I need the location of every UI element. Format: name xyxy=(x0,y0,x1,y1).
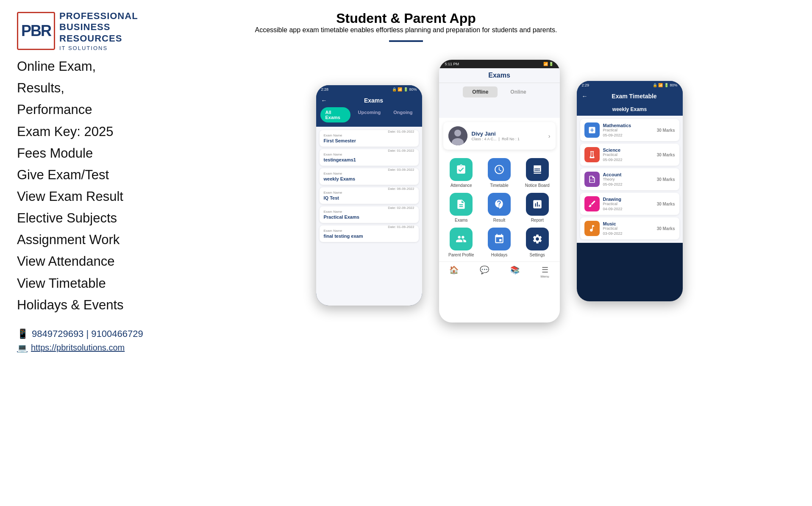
math-date: 05-09-2022 xyxy=(603,133,653,137)
mode-offline[interactable]: Offline xyxy=(463,86,498,97)
exam-item-4[interactable]: Exam Name Date: 06-09-2022 IQ Test xyxy=(320,187,419,204)
exams-label: Exams xyxy=(455,218,468,222)
science-date: 05-09-2022 xyxy=(603,158,653,162)
attendance-label: Attendance xyxy=(450,183,472,188)
student-meta: Class : 4 A C... | Roll No : 1 xyxy=(472,137,544,141)
nav-book[interactable]: 📚 xyxy=(510,265,520,278)
exam-date-2: Date: 01-09-2022 xyxy=(388,149,414,153)
exam-item-3[interactable]: Exam Name Date: 03-09-2022 weekly Exams xyxy=(320,168,419,185)
phone3-icons: 🔒 📶 🔋 80% xyxy=(653,83,678,87)
website-icon: 💻 xyxy=(17,343,28,353)
exam-label-5: Exam Name xyxy=(324,210,414,214)
header-subtitle: Accessible app exam timetable enables ef… xyxy=(208,26,604,34)
exam-label-1: Exam Name xyxy=(324,133,414,137)
icon-attendance[interactable]: Attendance xyxy=(445,158,478,188)
website-url[interactable]: https://pbritsolutions.com xyxy=(31,343,125,353)
mode-online[interactable]: Online xyxy=(501,86,535,97)
account-info: Account Theory 05-09-2022 xyxy=(603,172,653,186)
phone1: 2:28 🔒 📶 🔋 80% ← Exams All Exams Upcomin… xyxy=(316,85,422,306)
logo-box: PBR xyxy=(17,12,55,50)
subj-item-mathematics[interactable]: Mathematics Practical 05-09-2022 30 Mark… xyxy=(580,119,679,141)
student-card[interactable]: Divy Jani Class : 4 A C... | Roll No : 1… xyxy=(443,122,556,150)
nav-menu[interactable]: ☰ Menu xyxy=(541,265,549,278)
content-row: Online Exam, Results, Performance Exam K… xyxy=(0,56,812,361)
contact-phone: 📱 9849729693 | 9100466729 xyxy=(17,328,186,339)
drawing-icon xyxy=(584,196,600,211)
icon-noticeboard[interactable]: Notice Board xyxy=(521,158,554,188)
icon-exams[interactable]: Exams xyxy=(445,193,478,222)
student-name: Divy Jani xyxy=(472,131,544,137)
icon-timetable[interactable]: Timetable xyxy=(483,158,516,188)
music-type: Practical xyxy=(603,226,653,231)
subj-item-science[interactable]: Science Practical 05-09-2022 30 Marks xyxy=(580,144,679,166)
student-avatar xyxy=(448,126,467,145)
exam-label-6: Exam Name xyxy=(324,229,414,233)
phone2-status: 5:11 PM 📶 🔋 xyxy=(439,60,560,68)
music-icon xyxy=(584,221,600,236)
report-icon xyxy=(526,193,549,216)
phone3-back-arrow[interactable]: ← xyxy=(582,93,588,100)
icon-parent-profile[interactable]: Parent Profile xyxy=(445,228,478,257)
nav-chat[interactable]: 💬 xyxy=(480,265,489,278)
tab-upcoming[interactable]: Upcoming xyxy=(353,107,386,122)
contact-website[interactable]: 💻 https://pbritsolutions.com xyxy=(17,343,186,353)
exam-name-4: IQ Test xyxy=(324,195,414,200)
math-marks: 30 Marks xyxy=(657,128,675,133)
drawing-info: Drawing Practical 04-09-2022 xyxy=(603,197,653,211)
math-type: Practical xyxy=(603,128,653,132)
phone1-exam-list: Exam Name Date: 01-09-2022 First Semeste… xyxy=(316,127,422,306)
math-icon xyxy=(584,122,600,138)
drawing-type: Practical xyxy=(603,202,653,206)
icon-holidays[interactable]: Holidays xyxy=(483,228,516,257)
subj-item-account[interactable]: Account Theory 05-09-2022 30 Marks xyxy=(580,168,679,190)
exam-name-3: weekly Exams xyxy=(324,176,414,181)
nav-home[interactable]: 🏠 xyxy=(449,265,459,278)
phone3-status: 2:29 🔒 📶 🔋 80% xyxy=(577,81,683,89)
phone2-profile-bar xyxy=(439,101,560,118)
tab-all-exams[interactable]: All Exams xyxy=(320,107,350,122)
exam-name-6: final testing exam xyxy=(324,234,414,239)
contact-section: 📱 9849729693 | 9100466729 💻 https://pbri… xyxy=(17,328,186,353)
phone3-time: 2:29 xyxy=(582,83,590,87)
page-wrapper: PBR PROFESSIONAL BUSINESS RESOURCES IT S… xyxy=(0,0,812,506)
exam-date-6: Date: 01-09-2022 xyxy=(388,225,414,229)
logo-text: PROFESSIONAL BUSINESS RESOURCES IT SOLUT… xyxy=(59,11,138,51)
exam-item-1[interactable]: Exam Name Date: 01-09-2022 First Semeste… xyxy=(320,130,419,147)
math-info: Mathematics Practical 05-09-2022 xyxy=(603,123,653,137)
result-icon xyxy=(488,193,511,216)
math-name: Mathematics xyxy=(603,123,653,128)
icon-result[interactable]: Result xyxy=(483,193,516,222)
phone2-bottom-nav: 🏠 💬 📚 ☰ Menu xyxy=(439,261,560,282)
phone1-back-arrow[interactable]: ← xyxy=(321,97,327,104)
icon-report[interactable]: Report xyxy=(521,193,554,222)
phone1-title: Exams xyxy=(331,97,417,104)
settings-label: Settings xyxy=(530,253,545,257)
menu-label: Menu xyxy=(541,275,549,278)
parent-profile-label: Parent Profile xyxy=(448,253,474,257)
exam-item-5[interactable]: Exam Name Date: 02-09-2022 Practical Exa… xyxy=(320,206,419,223)
exam-item-2[interactable]: Exam Name Date: 01-09-2022 testingexams1 xyxy=(320,149,419,166)
phone-number: 9849729693 | 9100466729 xyxy=(32,328,143,339)
page-title: Student & Parent App xyxy=(208,11,604,26)
phones-section: 2:28 🔒 📶 🔋 80% ← Exams All Exams Upcomin… xyxy=(186,60,812,323)
phone3-title: Exam Timetable xyxy=(591,93,678,100)
music-marks: 30 Marks xyxy=(657,226,675,231)
report-label: Report xyxy=(531,218,544,222)
drawing-name: Drawing xyxy=(603,197,653,202)
science-marks: 30 Marks xyxy=(657,153,675,157)
exam-name-1: First Semester xyxy=(324,138,414,143)
exam-item-6[interactable]: Exam Name Date: 01-09-2022 final testing… xyxy=(320,225,419,242)
icon-settings[interactable]: Settings xyxy=(521,228,554,257)
features-text: Online Exam, Results, Performance Exam K… xyxy=(17,56,186,316)
settings-icon xyxy=(526,228,549,250)
phone-icon: 📱 xyxy=(17,328,28,339)
account-marks: 30 Marks xyxy=(657,177,675,182)
subj-item-music[interactable]: Music Practical 03-09-2022 30 Marks xyxy=(580,217,679,239)
exam-label-3: Exam Name xyxy=(324,172,414,175)
phone3: 2:29 🔒 📶 🔋 80% ← Exam Timetable weekly E… xyxy=(577,81,683,301)
tab-ongoing[interactable]: Ongoing xyxy=(388,107,417,122)
exam-date-1: Date: 01-09-2022 xyxy=(388,130,414,133)
phone2-time: 5:11 PM xyxy=(445,62,459,66)
company-name: PROFESSIONAL BUSINESS RESOURCES xyxy=(59,11,138,44)
subj-item-drawing[interactable]: Drawing Practical 04-09-2022 30 Marks xyxy=(580,193,679,215)
